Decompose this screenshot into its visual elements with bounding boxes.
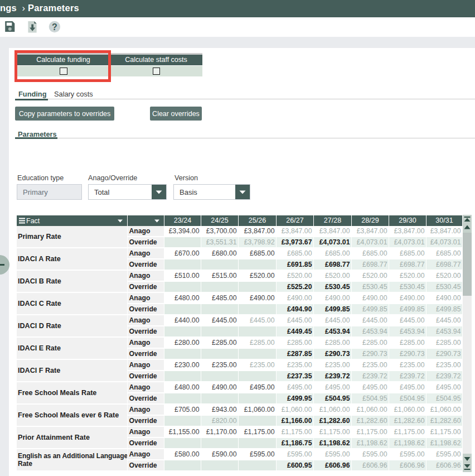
- svg-text:?: ?: [52, 22, 57, 32]
